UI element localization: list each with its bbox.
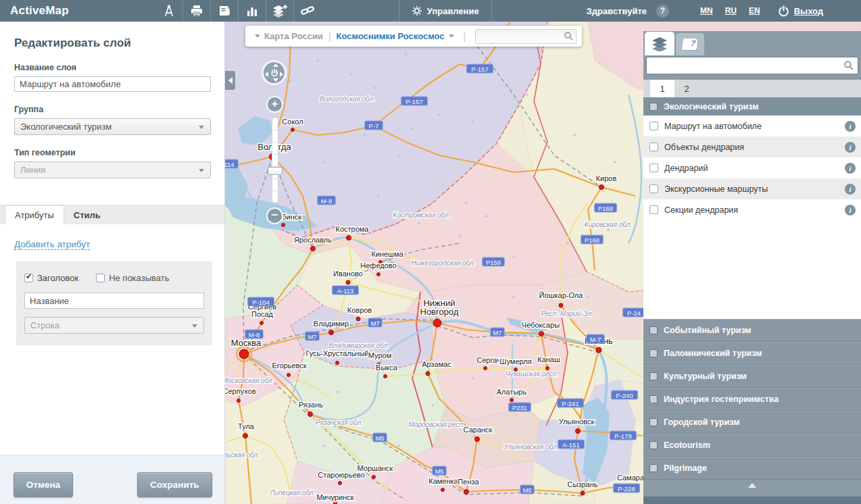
group-checkbox[interactable] — [649, 464, 658, 472]
group-checkbox[interactable] — [649, 103, 658, 111]
layer-checkbox[interactable] — [649, 122, 658, 130]
layer-checkbox[interactable] — [649, 143, 658, 151]
region-label: Тульская обл. — [225, 451, 260, 459]
road-shield-label: Р168 — [585, 236, 599, 244]
tab-attributes[interactable]: Атрибуты — [5, 205, 64, 224]
city-label: Егорьевск — [272, 361, 306, 370]
attribute-type-value: Строка — [30, 320, 59, 330]
layer-group-header[interactable]: Событийный туризм — [643, 319, 861, 342]
layer-group-header[interactable]: Индустрия гостеприимства — [643, 388, 861, 411]
help-badge[interactable]: ? — [656, 5, 669, 18]
city-marker — [308, 412, 313, 417]
attribute-name-input[interactable] — [24, 293, 204, 309]
info-icon[interactable]: i — [845, 184, 856, 195]
collapse-left-panel-button[interactable] — [225, 71, 235, 90]
hide-checkbox[interactable] — [96, 274, 105, 282]
print-icon[interactable] — [183, 0, 210, 22]
add-layer-icon[interactable] — [266, 0, 293, 22]
layer-item-row[interactable]: Маршрут на автомобилеi — [643, 116, 861, 136]
group-checkbox[interactable] — [649, 395, 658, 403]
layer-name-input[interactable] — [14, 76, 211, 92]
lang-mn[interactable]: MN — [700, 6, 713, 16]
title-checkbox[interactable] — [24, 274, 33, 282]
city-marker — [346, 280, 350, 284]
layer-group-header[interactable]: Pilgrimage — [643, 457, 861, 480]
city-label: Алатырь — [497, 388, 527, 396]
layer-item-row[interactable]: Экскурсионные маршрутыi — [643, 178, 861, 199]
lang-en[interactable]: EN — [749, 6, 760, 16]
measure-icon[interactable] — [155, 0, 182, 22]
layer-group-header[interactable]: Экологический туризм — [643, 97, 861, 116]
layer-group-header[interactable]: Культурный туризм — [643, 365, 861, 388]
layer-name: Дендрарий — [664, 163, 839, 173]
tab-legend[interactable]: ? — [676, 33, 704, 55]
save-button[interactable]: Сохранить — [137, 472, 212, 497]
group-checkbox[interactable] — [649, 372, 658, 380]
layer-group-header[interactable]: Паломнический туризм — [643, 342, 861, 365]
road-shield-label: Р-228 — [618, 485, 635, 493]
road-shield-label: Р-104 — [252, 299, 269, 306]
group-checkbox[interactable] — [649, 418, 658, 426]
zoom-in-button[interactable]: + — [266, 96, 283, 113]
chart-icon[interactable] — [239, 0, 266, 22]
layer-checkbox[interactable] — [649, 205, 658, 214]
layers-search-input[interactable] — [646, 57, 858, 74]
road-shield-label: Р168 — [598, 205, 613, 212]
layer-item-row[interactable]: Секции дендрарияi — [643, 199, 861, 220]
group-select[interactable]: Экологический туризм — [14, 118, 211, 135]
page-1[interactable]: 1 — [650, 80, 674, 97]
layer-group-header[interactable]: Городской туризм — [643, 411, 861, 434]
city-label: Йошкар-Ола — [539, 291, 584, 299]
active-layer-select[interactable]: Космоснимки Роскосмос — [337, 31, 445, 41]
cancel-button[interactable]: Отмена — [14, 472, 73, 497]
road-shield-label: М5 — [375, 434, 384, 442]
logout-button[interactable]: Выход — [778, 5, 823, 17]
city-label: Муром — [368, 351, 391, 359]
group-checkbox[interactable] — [649, 349, 658, 357]
layer-item-row[interactable]: Объекты дендрарияi — [643, 136, 861, 157]
group-checkbox[interactable] — [649, 326, 658, 334]
city-marker — [329, 330, 334, 335]
zoom-slider[interactable] — [272, 117, 278, 203]
road-shield-label: М7 — [370, 320, 379, 327]
road-shield-label: А-113 — [337, 287, 354, 295]
map-search-input[interactable] — [475, 29, 576, 44]
tab-style[interactable]: Стиль — [64, 205, 110, 224]
atlas-icon[interactable] — [211, 0, 238, 22]
info-icon[interactable]: i — [845, 205, 856, 216]
info-icon[interactable]: i — [845, 121, 856, 132]
info-icon[interactable]: i — [845, 142, 856, 153]
group-checkbox[interactable] — [649, 441, 658, 449]
city-marker — [514, 368, 518, 372]
search-icon[interactable] — [843, 60, 854, 71]
active-layer-caret-icon[interactable] — [449, 34, 454, 38]
header-toolbar — [155, 0, 321, 22]
activemap-app: ActiveMap — [0, 0, 861, 504]
layer-group-header[interactable]: Ecotourism — [643, 434, 861, 457]
layer-checkbox[interactable] — [649, 184, 658, 193]
city-label: Ярославль — [294, 236, 332, 244]
city-marker — [559, 303, 563, 307]
map-pan-control[interactable] — [262, 60, 287, 85]
lang-ru[interactable]: RU — [725, 6, 737, 16]
page-2[interactable]: 2 — [674, 80, 699, 97]
hand-icon — [269, 68, 280, 78]
city-marker — [311, 247, 316, 251]
info-icon[interactable]: i — [845, 163, 856, 174]
zoom-slider-handle[interactable] — [268, 167, 282, 175]
collapse-panel-button[interactable] — [643, 480, 861, 490]
layer-checkbox[interactable] — [649, 163, 658, 172]
link-icon[interactable] — [294, 0, 321, 22]
city-marker — [464, 490, 469, 495]
zoom-out-button[interactable]: − — [266, 207, 283, 224]
add-attribute-link[interactable]: Добавить атрибут — [14, 239, 90, 250]
city-label: Мичуринск — [316, 493, 353, 501]
management-button[interactable]: Управление — [399, 0, 492, 22]
base-layer-caret-icon[interactable] — [255, 34, 260, 38]
base-layer-select[interactable]: Карта России — [264, 31, 323, 41]
city-marker — [433, 319, 441, 327]
layer-item-row[interactable]: Дендрарийi — [643, 157, 861, 178]
search-icon[interactable] — [564, 31, 574, 41]
group-label: Паломнический туризм — [664, 349, 762, 358]
tab-layers[interactable] — [645, 32, 674, 55]
